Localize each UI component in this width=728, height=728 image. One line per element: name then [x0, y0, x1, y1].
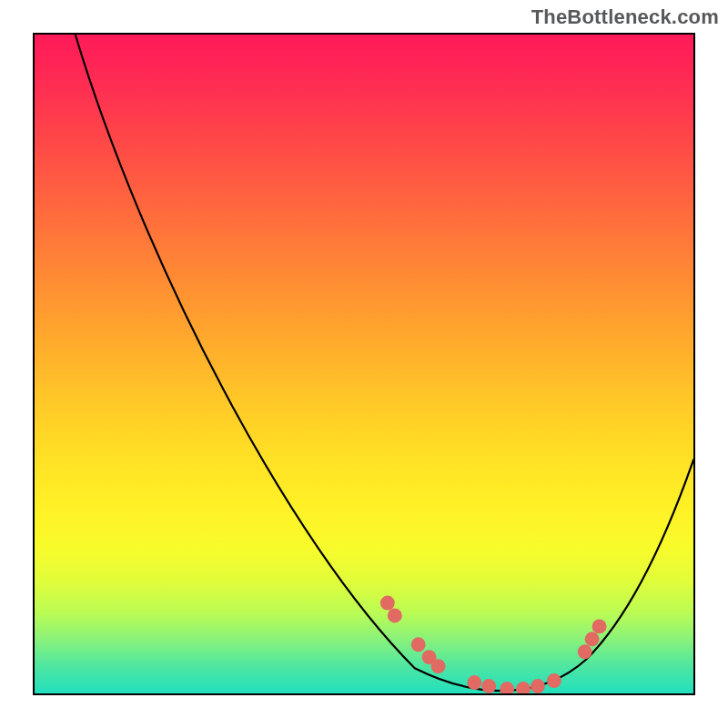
data-point [592, 619, 607, 633]
data-point [500, 682, 514, 693]
attribution-label: TheBottleneck.com [531, 5, 719, 29]
data-point [578, 644, 592, 659]
chart-container: TheBottleneck.com [0, 0, 728, 728]
data-point [585, 632, 600, 646]
data-point [380, 596, 395, 611]
curve-path [76, 35, 693, 691]
data-point [516, 682, 531, 693]
data-point [411, 637, 426, 652]
data-point [531, 679, 545, 693]
data-point [467, 675, 481, 690]
data-points-group [380, 596, 607, 693]
data-point [388, 609, 402, 623]
data-point [481, 679, 496, 693]
data-point [431, 659, 446, 673]
plot-area [33, 33, 695, 695]
bottleneck-curve [35, 35, 693, 693]
data-point [547, 673, 561, 688]
